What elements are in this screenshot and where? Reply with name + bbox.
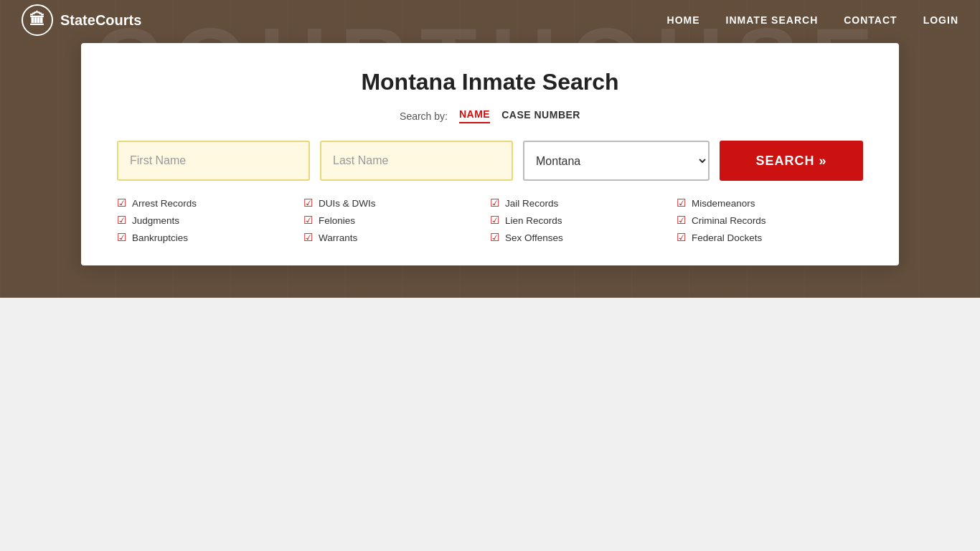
- check-icon-misdemeanors: ☑: [677, 197, 686, 209]
- tab-case-number[interactable]: CASE NUMBER: [501, 109, 580, 123]
- state-select[interactable]: Montana AlabamaAlaskaArizona ArkansasCal…: [523, 141, 710, 181]
- check-lien-records: ☑ Lien Records: [490, 214, 677, 227]
- search-inputs-row: Montana AlabamaAlaskaArizona ArkansasCal…: [117, 141, 863, 181]
- check-judgments: ☑ Judgments: [117, 214, 303, 227]
- logo-icon: 🏛: [22, 4, 53, 36]
- check-label-sex-offenses: Sex Offenses: [505, 232, 563, 243]
- search-by-label: Search by:: [400, 110, 448, 122]
- check-federal-dockets: ☑ Federal Dockets: [677, 231, 863, 244]
- check-jail-records: ☑ Jail Records: [490, 197, 677, 209]
- check-bankruptcies: ☑ Bankruptcies: [117, 231, 303, 244]
- check-warrants: ☑ Warrants: [303, 231, 490, 244]
- check-label-judgments: Judgments: [132, 215, 179, 226]
- last-name-input[interactable]: [320, 141, 513, 181]
- check-label-duis: DUIs & DWIs: [319, 198, 376, 209]
- check-icon-judgments: ☑: [117, 214, 126, 227]
- check-criminal-records: ☑ Criminal Records: [677, 214, 863, 227]
- logo-text: StateCourts: [60, 12, 141, 29]
- search-card: Montana Inmate Search Search by: NAME CA…: [81, 43, 899, 265]
- check-misdemeanors: ☑ Misdemeanors: [677, 197, 863, 209]
- nav-contact[interactable]: CONTACT: [844, 14, 897, 26]
- check-duis: ☑ DUIs & DWIs: [303, 197, 490, 209]
- tab-name[interactable]: NAME: [459, 108, 490, 123]
- check-label-arrest: Arrest Records: [132, 198, 197, 209]
- check-icon-lien: ☑: [490, 214, 499, 227]
- check-label-felonies: Felonies: [319, 215, 355, 226]
- nav-login[interactable]: LOGIN: [923, 14, 958, 26]
- check-label-federal: Federal Dockets: [692, 232, 762, 243]
- site-logo[interactable]: 🏛 StateCourts: [22, 4, 141, 36]
- check-label-warrants: Warrants: [319, 232, 357, 243]
- check-label-jail: Jail Records: [505, 198, 558, 209]
- check-label-criminal: Criminal Records: [692, 215, 766, 226]
- check-icon-warrants: ☑: [303, 231, 313, 244]
- nav-links: HOME INMATE SEARCH CONTACT LOGIN: [667, 14, 958, 27]
- check-icon-federal: ☑: [677, 231, 686, 244]
- nav-home[interactable]: HOME: [667, 14, 700, 26]
- check-icon-arrest: ☑: [117, 197, 126, 209]
- check-label-lien: Lien Records: [505, 215, 562, 226]
- check-label-bankruptcies: Bankruptcies: [132, 232, 188, 243]
- hero-section: COURTHOUSE 🏛 StateCourts HOME INMATE SEA…: [0, 0, 980, 298]
- search-button[interactable]: SEARCH »: [720, 141, 863, 181]
- check-icon-felonies: ☑: [303, 214, 313, 227]
- check-label-misdemeanors: Misdemeanors: [692, 198, 755, 209]
- check-icon-duis: ☑: [303, 197, 313, 209]
- checkbox-grid: ☑ Arrest Records ☑ DUIs & DWIs ☑ Jail Re…: [117, 197, 863, 244]
- check-icon-bankruptcies: ☑: [117, 231, 126, 244]
- first-name-input[interactable]: [117, 141, 310, 181]
- search-by-row: Search by: NAME CASE NUMBER: [117, 108, 863, 123]
- search-title: Montana Inmate Search: [117, 69, 863, 95]
- check-arrest-records: ☑ Arrest Records: [117, 197, 303, 209]
- check-icon-sex-offenses: ☑: [490, 231, 499, 244]
- check-icon-jail: ☑: [490, 197, 499, 209]
- check-icon-criminal: ☑: [677, 214, 686, 227]
- check-sex-offenses: ☑ Sex Offenses: [490, 231, 677, 244]
- check-felonies: ☑ Felonies: [303, 214, 490, 227]
- navigation: 🏛 StateCourts HOME INMATE SEARCH CONTACT…: [0, 0, 980, 40]
- nav-inmate-search[interactable]: INMATE SEARCH: [726, 14, 819, 26]
